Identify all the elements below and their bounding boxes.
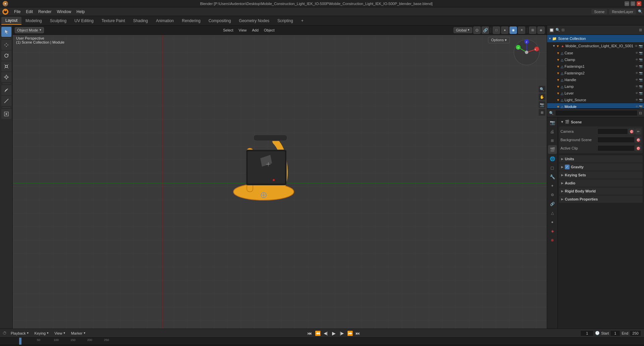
active-clip-value[interactable] (597, 145, 635, 151)
eye-icon[interactable]: 👁 (635, 92, 638, 95)
props-tab-render[interactable]: 📷 (548, 118, 557, 127)
props-tab-object[interactable]: ◻ (548, 163, 557, 172)
props-tab-physics[interactable]: ⚙ (548, 190, 557, 199)
solid-shading-btn[interactable]: ● (501, 26, 508, 34)
scene-section-header[interactable]: ▼ 🎬 Scene (559, 119, 643, 125)
menu-window[interactable]: Window (54, 9, 74, 15)
outliner-item-module[interactable]: ▼ △ Module 👁 📷 (547, 103, 644, 109)
eye-icon[interactable]: 👁 (635, 51, 638, 55)
start-frame-field[interactable]: 1 (610, 330, 620, 336)
render-icon[interactable]: 📷 (639, 78, 643, 81)
tab-uv-editing[interactable]: UV Editing (70, 17, 98, 24)
close-button[interactable]: ✕ (637, 1, 641, 6)
select-menu[interactable]: Select (221, 27, 235, 33)
view-menu[interactable]: View (237, 27, 249, 33)
tab-layout[interactable]: Layout (1, 17, 21, 25)
units-section-header[interactable]: ▶ Units (559, 155, 643, 163)
properties-search-icon[interactable]: 🔍 (549, 111, 554, 115)
outliner-search-icon[interactable]: 🔍 (555, 28, 560, 32)
eye-icon[interactable]: 👁 (635, 85, 638, 88)
wireframe-shading-btn[interactable]: □ (493, 26, 500, 34)
eye-icon[interactable]: 👁 (635, 105, 638, 108)
options-button[interactable]: Options ▾ (488, 37, 510, 43)
outliner-filter-icon[interactable]: ⊟ (561, 28, 565, 32)
grid-icon[interactable]: ⊞ (539, 109, 545, 116)
properties-filter-icon[interactable]: ⊟ (639, 111, 642, 115)
outliner-item-case[interactable]: ▼ △ Case 👁 📷 (547, 50, 644, 56)
eye-icon[interactable]: 👁 (635, 58, 638, 61)
search-scene-icon[interactable]: 🔍 (539, 86, 545, 93)
rigid-body-header[interactable]: ▶ Rigid Body World (559, 187, 643, 195)
props-tab-constraints[interactable]: 🔗 (548, 199, 557, 208)
snap-btn[interactable]: 🔗 (482, 26, 489, 34)
menu-help[interactable]: Help (74, 9, 88, 15)
view-menu-timeline[interactable]: View ▼ (53, 331, 67, 335)
props-tab-extra[interactable]: ⊕ (548, 236, 557, 244)
outliner-item-fastenings2[interactable]: ▼ △ Fastenings2 👁 📷 (547, 70, 644, 76)
outliner-item-fastenings1[interactable]: ▼ △ Fastenings1 👁 📷 (547, 63, 644, 70)
next-frame-btn[interactable]: ⏩ (347, 330, 353, 336)
tool-scale[interactable] (1, 61, 11, 71)
render-icon[interactable]: 📷 (639, 65, 643, 68)
camera-icon[interactable]: 📷 (539, 101, 545, 108)
tool-measure[interactable] (1, 96, 11, 106)
props-tab-viewlayer[interactable]: ⊞ (548, 136, 557, 145)
outliner-item-clamp[interactable]: ▼ △ Clamp 👁 📷 (547, 56, 644, 63)
tool-add[interactable] (1, 109, 11, 119)
scene-selector[interactable]: Scene (591, 9, 607, 14)
vis-eye-icon[interactable]: 👁 (635, 44, 638, 48)
menu-file[interactable]: File (11, 9, 23, 15)
viewport[interactable]: Object Mode ▼ Select View Add Object Glo… (13, 25, 547, 329)
tab-animation[interactable]: Animation (152, 17, 178, 24)
add-workspace-button[interactable]: + (297, 17, 308, 24)
current-frame-field[interactable]: 1 (580, 330, 594, 336)
tab-scripting[interactable]: Scripting (273, 17, 297, 24)
render-icon[interactable]: 📷 (639, 58, 643, 61)
tool-cursor[interactable] (1, 27, 11, 37)
custom-props-header[interactable]: ▶ Custom Properties (559, 195, 643, 203)
tool-transform[interactable] (1, 72, 11, 82)
outliner-item-scene-collection[interactable]: ▼ 📁 Scene Collection (547, 35, 644, 42)
jump-end-btn[interactable]: ⏭ (355, 330, 361, 336)
proportional-edit-btn[interactable]: ⊙ (473, 26, 481, 34)
camera-new-btn[interactable]: ✏ (635, 128, 641, 134)
tab-modeling[interactable]: Modeling (21, 17, 46, 24)
tab-rendering[interactable]: Rendering (178, 17, 204, 24)
audio-section-header[interactable]: ▶ Audio (559, 179, 643, 187)
render-icon[interactable]: 📷 (639, 98, 643, 102)
outliner-item-lever[interactable]: ▼ △ Lever 👁 📷 (547, 90, 644, 97)
navigation-gizmo[interactable]: X Y Z (513, 39, 540, 66)
render-icon[interactable]: 📷 (639, 105, 643, 108)
overlay-btn[interactable]: ⊞ (529, 26, 536, 34)
render-icon[interactable]: 📷 (639, 92, 643, 95)
gravity-section-header[interactable]: ▶ ✓ Gravity (559, 163, 643, 171)
hand-icon[interactable]: ✋ (539, 94, 545, 100)
props-tab-world[interactable]: 🌐 (548, 154, 557, 163)
eye-icon[interactable]: 👁 (635, 65, 638, 68)
object-mode-dropdown[interactable]: Object Mode ▼ (15, 27, 44, 33)
xray-btn[interactable]: ◈ (537, 26, 545, 34)
eye-icon[interactable]: 👁 (635, 98, 638, 102)
render-layer-selector[interactable]: RenderLayer (609, 9, 636, 14)
end-frame-field[interactable]: 250 (630, 330, 641, 336)
search-icon[interactable]: 🔍 (638, 9, 643, 14)
props-tab-particles[interactable]: ✦ (548, 181, 557, 190)
outliner-item-handle[interactable]: ▼ △ Handle 👁 📷 (547, 76, 644, 83)
render-icon[interactable]: 📷 (639, 85, 643, 88)
menu-edit[interactable]: Edit (23, 9, 36, 15)
render-icon[interactable]: 📷 (639, 71, 643, 75)
eye-icon[interactable]: 👁 (635, 71, 638, 75)
tab-sculpting[interactable]: Sculpting (46, 17, 70, 24)
bg-scene-pick-btn[interactable]: 🎯 (635, 137, 641, 143)
active-clip-pick-btn[interactable]: 🎯 (635, 145, 641, 151)
props-tab-shading[interactable]: ◈ (548, 227, 557, 235)
gravity-checkbox[interactable]: ✓ (565, 165, 570, 169)
render-icon[interactable]: 📷 (639, 51, 643, 55)
props-tab-material[interactable]: ● (548, 218, 557, 226)
background-scene-value[interactable] (597, 137, 635, 143)
props-tab-data[interactable]: △ (548, 209, 557, 217)
camera-pick-btn[interactable]: 🎯 (629, 128, 635, 134)
props-tab-output[interactable]: 🖨 (548, 127, 557, 136)
tool-rotate[interactable] (1, 51, 11, 61)
props-tab-scene[interactable]: 🎬 (548, 145, 557, 154)
